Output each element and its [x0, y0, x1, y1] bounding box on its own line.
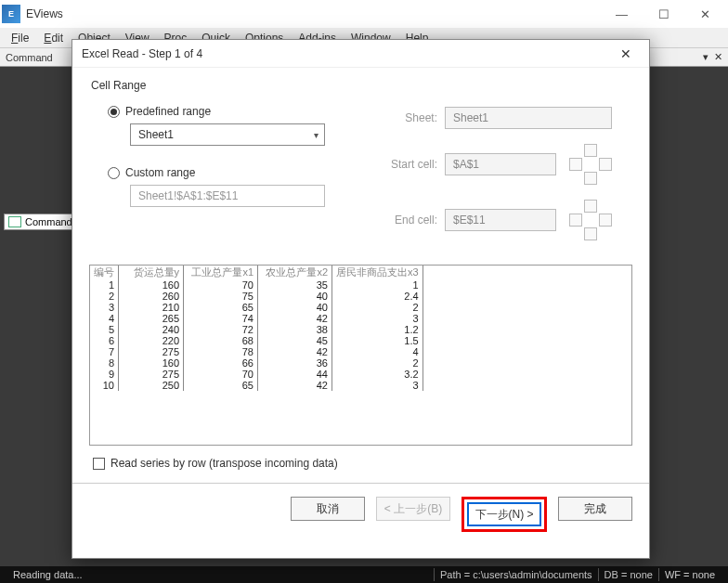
radio-icon [108, 106, 120, 118]
radio-icon [108, 167, 120, 179]
table-cell: 275 [119, 346, 184, 357]
table-cell: 70 [184, 279, 258, 291]
table-cell: 2 [90, 291, 119, 302]
excel-read-dialog: Excel Read - Step 1 of 4 ✕ Cell Range Pr… [72, 39, 650, 559]
table-cell: 72 [184, 324, 258, 335]
start-cell-value: $A$1 [453, 158, 479, 171]
start-cell-input[interactable]: $A$1 [445, 153, 556, 175]
table-cell: 5 [90, 324, 119, 335]
table-row: 1025065423 [90, 380, 422, 391]
table-row: 116070351 [90, 279, 422, 291]
table-cell: 275 [119, 369, 184, 380]
sheet-select[interactable]: Sheet1 [445, 107, 612, 129]
end-cell-value: $E$11 [453, 214, 486, 227]
next-button[interactable]: 下一步(N) > [467, 502, 541, 526]
table-cell: 42 [258, 346, 332, 357]
predefined-range-label: Predefined range [125, 105, 211, 118]
end-cell-arrows[interactable] [567, 200, 614, 240]
table-cell: 210 [119, 302, 184, 313]
arrow-up-icon[interactable] [584, 200, 597, 213]
table-cell: 66 [184, 357, 258, 369]
arrow-right-icon[interactable] [599, 214, 612, 227]
arrow-up-icon[interactable] [584, 144, 597, 157]
table-cell: 65 [184, 302, 258, 313]
custom-range-input[interactable]: Sheet1!$A$1:$E$11 [130, 185, 325, 207]
statusbar: Reading data... Path = c:\users\admin\do… [0, 566, 728, 583]
table-cell: 1 [90, 279, 119, 291]
sheet-label: Sheet: [377, 111, 437, 124]
table-cell: 68 [184, 335, 258, 346]
table-cell: 3.2 [332, 369, 423, 380]
menu-edit[interactable]: Edit [36, 32, 71, 45]
end-cell-label: End cell: [377, 214, 437, 227]
arrow-left-icon[interactable] [569, 214, 582, 227]
predefined-range-value: Sheet1 [138, 128, 174, 141]
pin-icon[interactable]: ▾ [703, 51, 708, 63]
status-wf: WF = none [659, 569, 721, 580]
table-cell: 3 [90, 302, 119, 313]
arrow-down-icon[interactable] [584, 227, 597, 240]
transpose-checkbox[interactable]: Read series by row (transpose incoming d… [93, 457, 632, 470]
table-cell: 4 [332, 346, 423, 357]
table-cell: 36 [258, 357, 332, 369]
table-cell: 1.5 [332, 335, 423, 346]
dialog-titlebar: Excel Read - Step 1 of 4 ✕ [72, 40, 649, 68]
checkbox-icon [93, 458, 105, 470]
col-header: 货运总量y [119, 266, 184, 279]
table-cell: 260 [119, 291, 184, 302]
transpose-label: Read series by row (transpose incoming d… [110, 457, 338, 470]
table-row: 226075402.4 [90, 291, 422, 302]
predefined-range-combo[interactable]: Sheet1 ▾ [130, 123, 325, 146]
chevron-down-icon: ▾ [314, 130, 318, 140]
maximize-button[interactable]: ☐ [643, 0, 684, 28]
app-title: EViews [26, 7, 601, 20]
table-cell: 3 [332, 380, 423, 391]
start-cell-arrows[interactable] [567, 144, 614, 185]
table-cell: 40 [258, 302, 332, 313]
dialog-close-icon[interactable]: ✕ [612, 46, 640, 61]
table-cell: 240 [119, 324, 184, 335]
table-row: 321065402 [90, 302, 422, 313]
menu-file[interactable]: File [4, 32, 36, 45]
table-cell: 2 [332, 302, 423, 313]
table-cell: 40 [258, 291, 332, 302]
table-cell: 2 [332, 357, 423, 369]
finish-button[interactable]: 完成 [558, 497, 632, 521]
table-cell: 74 [184, 313, 258, 324]
cancel-button[interactable]: 取消 [291, 497, 365, 521]
status-db: DB = none [599, 569, 658, 580]
titlebar: E EViews — ☐ ✕ [0, 0, 728, 28]
table-row: 927570443.2 [90, 369, 422, 380]
table-cell: 2.4 [332, 291, 423, 302]
start-cell-label: Start cell: [377, 158, 437, 171]
table-cell: 1 [332, 279, 423, 291]
table-cell: 65 [184, 380, 258, 391]
command-panel-icon [8, 216, 21, 227]
table-row: 816066362 [90, 357, 422, 369]
end-cell-input[interactable]: $E$11 [445, 209, 556, 231]
arrow-right-icon[interactable] [599, 158, 612, 171]
table-cell: 35 [258, 279, 332, 291]
predefined-range-radio[interactable]: Predefined range [108, 105, 349, 118]
custom-range-radio[interactable]: Custom range [108, 166, 349, 179]
arrow-left-icon[interactable] [569, 158, 582, 171]
cell-range-label: Cell Range [91, 79, 632, 92]
custom-range-label: Custom range [125, 166, 195, 179]
command-panel[interactable]: Command [4, 214, 77, 230]
status-path: Path = c:\users\admin\documents [435, 569, 598, 580]
arrow-down-icon[interactable] [584, 172, 597, 185]
table-cell: 1.2 [332, 324, 423, 335]
table-cell: 4 [90, 313, 119, 324]
table-cell: 9 [90, 369, 119, 380]
table-cell: 45 [258, 335, 332, 346]
command-bar-close-icon[interactable]: ✕ [714, 51, 722, 63]
table-cell: 6 [90, 335, 119, 346]
sheet-value: Sheet1 [453, 111, 488, 124]
close-button[interactable]: ✕ [684, 0, 726, 28]
table-cell: 7 [90, 346, 119, 357]
col-header: 居民非商品支出x3 [332, 266, 423, 279]
table-cell: 160 [119, 279, 184, 291]
minimize-button[interactable]: — [601, 0, 643, 28]
table-cell: 42 [258, 313, 332, 324]
table-cell: 220 [119, 335, 184, 346]
